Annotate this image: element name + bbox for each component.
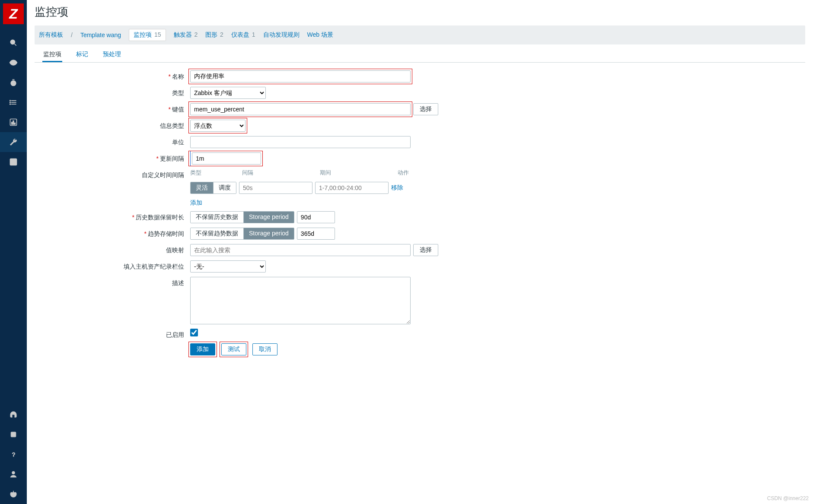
intervals-header: 类型 间隔 期间 动作: [190, 169, 415, 177]
label-description: 描述: [35, 277, 190, 287]
label-key: *键值: [35, 103, 190, 114]
breadcrumb-template[interactable]: Template wang: [80, 32, 121, 38]
help-icon[interactable]: ?: [0, 444, 27, 464]
value-map-input[interactable]: [190, 244, 411, 256]
wrench-icon[interactable]: [0, 132, 27, 152]
tab-dashboards[interactable]: 仪表盘 1: [231, 31, 255, 39]
svg-point-9: [10, 100, 11, 101]
label-custom-intervals: 自定义时间间隔: [35, 169, 190, 179]
share-icon[interactable]: [0, 425, 27, 444]
search-icon[interactable]: [0, 33, 27, 53]
history-value-input[interactable]: [297, 211, 335, 223]
svg-rect-13: [12, 122, 13, 124]
enabled-checkbox[interactable]: [190, 329, 198, 336]
interval-period-input[interactable]: [315, 182, 389, 194]
label-value-map: 值映射: [35, 244, 190, 254]
test-button[interactable]: 测试: [221, 343, 246, 355]
power-icon[interactable]: [0, 484, 27, 504]
trends-value-input[interactable]: [297, 228, 335, 240]
interval-delay-input[interactable]: [239, 182, 312, 194]
history-segment[interactable]: 不保留历史数据 Storage period: [190, 211, 294, 223]
interval-remove-link[interactable]: 移除: [391, 184, 403, 192]
subtab-item[interactable]: 监控项: [42, 48, 62, 62]
svg-text:?: ?: [12, 451, 15, 458]
info-type-select[interactable]: 浮点数: [190, 120, 245, 132]
svg-line-1: [15, 44, 16, 46]
zabbix-logo[interactable]: Z: [3, 3, 24, 24]
support-icon[interactable]: [0, 405, 27, 425]
svg-point-0: [10, 40, 15, 44]
main-content: 监控项 所有模板 / Template wang 监控项 15 触发器 2 图形…: [27, 0, 813, 504]
label-name: *名称: [35, 70, 190, 81]
gear-icon[interactable]: [0, 152, 27, 172]
value-map-select-button[interactable]: 选择: [413, 244, 438, 256]
trends-segment[interactable]: 不保留趋势数据 Storage period: [190, 228, 294, 240]
svg-rect-15: [15, 123, 16, 124]
name-input[interactable]: [190, 70, 411, 82]
list-icon[interactable]: [0, 92, 27, 112]
eye-icon[interactable]: [0, 53, 27, 73]
watermark: CSDN @inner222: [767, 495, 809, 501]
label-type: 类型: [35, 87, 190, 97]
breadcrumb-all-templates[interactable]: 所有模板: [39, 31, 63, 39]
svg-rect-18: [11, 432, 16, 437]
key-select-button[interactable]: 选择: [413, 103, 438, 115]
intervals-row: 灵活 调度 移除: [190, 182, 403, 194]
tab-triggers[interactable]: 触发器 2: [174, 31, 198, 39]
svg-point-10: [10, 102, 11, 103]
inventory-select[interactable]: -无-: [190, 260, 266, 273]
tab-items[interactable]: 监控项 15: [129, 29, 166, 41]
subtab-tags[interactable]: 标记: [75, 48, 89, 62]
tab-web[interactable]: Web 场景: [307, 31, 333, 39]
svg-point-17: [13, 161, 15, 163]
label-units: 单位: [35, 136, 190, 146]
type-select[interactable]: Zabbix 客户端: [190, 87, 266, 99]
subtab-preprocessing[interactable]: 预处理: [102, 48, 122, 62]
label-info-type: 信息类型: [35, 120, 190, 130]
breadcrumb: 所有模板 / Template wang 监控项 15 触发器 2 图形 2 仪…: [35, 25, 805, 44]
interval-type-segment[interactable]: 灵活 调度: [190, 182, 236, 194]
label-inventory: 填入主机资产纪录栏位: [35, 260, 190, 271]
breadcrumb-separator: /: [71, 32, 73, 38]
tab-graphs[interactable]: 图形 2: [205, 31, 223, 39]
units-input[interactable]: [190, 136, 411, 148]
subtabs: 监控项 标记 预处理: [35, 44, 805, 63]
svg-point-2: [13, 62, 15, 64]
user-icon[interactable]: [0, 464, 27, 484]
tab-discovery[interactable]: 自动发现规则: [263, 31, 300, 39]
description-textarea[interactable]: [190, 277, 411, 324]
label-update-interval: *更新间隔: [35, 152, 190, 163]
svg-point-11: [10, 104, 11, 105]
key-input[interactable]: [190, 103, 411, 115]
label-history: *历史数据保留时长: [35, 211, 190, 222]
stopwatch-icon[interactable]: [0, 73, 27, 92]
page-title: 监控项: [35, 4, 805, 19]
svg-rect-14: [13, 121, 14, 124]
sidebar: Z ?: [0, 0, 27, 504]
add-button[interactable]: 添加: [190, 343, 215, 355]
label-enabled: 已启用: [35, 329, 190, 339]
update-interval-input[interactable]: [192, 152, 261, 165]
interval-add-link[interactable]: 添加: [190, 199, 202, 206]
cancel-button[interactable]: 取消: [252, 343, 277, 355]
svg-point-20: [12, 471, 15, 474]
label-trends: *趋势存储时间: [35, 228, 190, 238]
chart-icon[interactable]: [0, 112, 27, 132]
